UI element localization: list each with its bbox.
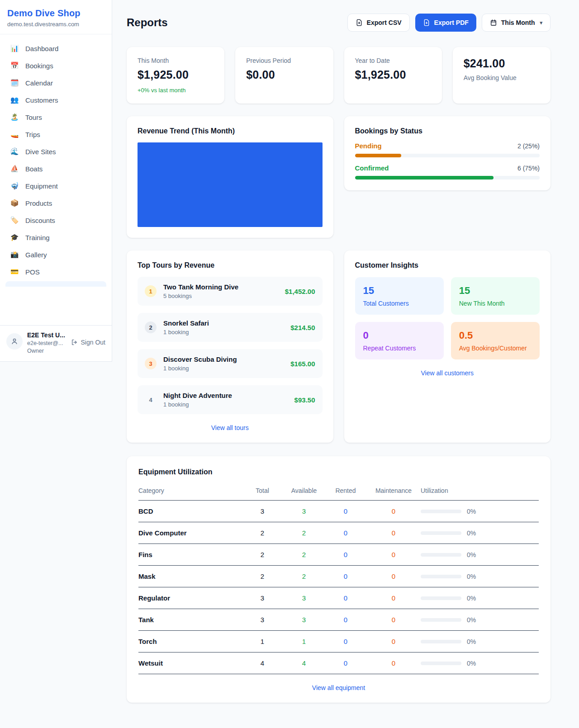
sidebar-item-label: Dive Sites (25, 148, 56, 156)
tour-revenue: $1,452.00 (285, 288, 315, 295)
utilization-track (421, 618, 461, 622)
sidebar-item-label: Boats (25, 165, 43, 173)
cell-maintenance: 0 (366, 587, 421, 609)
top-tours-title: Top Tours by Revenue (138, 261, 323, 269)
column-header-total: Total (242, 483, 283, 501)
sidebar-item-customers[interactable]: 👥Customers (5, 91, 107, 109)
sidebar-item-calendar[interactable]: 🗓️Calendar (5, 74, 107, 91)
insight-new-this-month: 15 New This Month (451, 277, 540, 315)
sidebar-item-trips[interactable]: 🚤Trips (5, 126, 107, 143)
cell-rented: 0 (325, 609, 366, 631)
sidebar-item-bookings[interactable]: 📅Bookings (5, 57, 107, 74)
utilization-pct: 0% (467, 595, 476, 602)
cell-total: 1 (242, 631, 283, 652)
utilization-pct: 0% (467, 508, 476, 515)
stat-value: $1,925.00 (355, 68, 431, 81)
cell-total: 2 (242, 566, 283, 587)
progress-track (355, 176, 540, 180)
stat-card-previous-period: Previous Period $0.00 (235, 47, 333, 104)
sidebar-item-label: Equipment (25, 182, 58, 190)
cell-category: Wetsuit (138, 652, 242, 674)
cell-available: 2 (283, 566, 325, 587)
graduation-cap-icon: 🎓 (10, 233, 19, 241)
top-tours-card: Top Tours by Revenue 1 Two Tank Morning … (127, 251, 333, 443)
sidebar-item-boats[interactable]: ⛵Boats (5, 160, 107, 177)
utilization-track (421, 662, 461, 665)
export-csv-button[interactable]: Export CSV (347, 14, 410, 32)
insight-total-customers: 15 Total Customers (355, 277, 444, 315)
cell-category: Dive Computer (138, 522, 242, 544)
tour-bookings: 5 bookings (163, 293, 238, 299)
period-dropdown[interactable]: This Month ▾ (482, 14, 551, 32)
utilization-pct: 0% (467, 616, 476, 624)
rank-badge: 3 (145, 358, 157, 369)
insight-label: New This Month (459, 300, 532, 307)
cell-available: 2 (283, 522, 325, 544)
sidebar-item-equipment[interactable]: 🤿Equipment (5, 177, 107, 194)
equipment-utilization-title: Equipment Utilization (138, 468, 539, 476)
list-item-tour: 4 Night Dive Adventure 1 booking $93.50 (138, 385, 323, 414)
cell-total: 2 (242, 522, 283, 544)
cell-available: 3 (283, 609, 325, 631)
avatar (6, 333, 23, 350)
column-header-available: Available (283, 483, 325, 501)
tour-name: Two Tank Morning Dive (163, 283, 238, 291)
cell-rented: 0 (325, 522, 366, 544)
view-all-tours-link[interactable]: View all tours (211, 424, 249, 431)
cell-available: 1 (283, 631, 325, 652)
stat-card-avg-booking-value: $241.00 Avg Booking Value (453, 47, 551, 104)
sidebar-item-pos[interactable]: 💳POS (5, 263, 107, 280)
sidebar: Demo Dive Shop demo.test.divestreams.com… (0, 0, 112, 362)
sidebar-item-tours[interactable]: 🏝️Tours (5, 109, 107, 126)
utilization-pct: 0% (467, 638, 476, 645)
utilization-track (421, 640, 461, 643)
calendar-icon: 🗓️ (10, 79, 19, 87)
tour-revenue: $214.50 (290, 324, 315, 331)
stat-delta: +0% vs last month (138, 87, 214, 94)
sidebar-item-label: Products (25, 199, 52, 207)
list-item-tour: 1 Two Tank Morning Dive 5 bookings $1,45… (138, 277, 323, 306)
stat-label: Avg Booking Value (464, 74, 540, 81)
customer-insights-card: Customer Insights 15 Total Customers 15 … (344, 251, 551, 443)
bookings-calendar-icon: 📅 (10, 61, 19, 70)
list-item-tour: 3 Discover Scuba Diving 1 booking $165.0… (138, 349, 323, 378)
view-all-equipment-link[interactable]: View all equipment (312, 684, 365, 691)
utilization-track (421, 596, 461, 600)
export-pdf-label: Export PDF (434, 19, 469, 26)
stat-value: $241.00 (464, 57, 540, 70)
document-download-icon (423, 19, 430, 26)
cell-utilization: 0% (421, 566, 539, 587)
insight-value: 15 (459, 285, 532, 297)
sign-out-label: Sign Out (81, 339, 105, 346)
page-title: Reports (127, 16, 168, 29)
tag-icon: 🏷️ (10, 216, 19, 224)
revenue-trend-card: Revenue Trend (This Month) (127, 116, 333, 238)
sidebar-item-label: Bookings (25, 62, 53, 70)
cell-available: 4 (283, 652, 325, 674)
user-role: Owner (27, 348, 65, 354)
sidebar-item-gallery[interactable]: 📸Gallery (5, 246, 107, 263)
view-all-customers-link[interactable]: View all customers (421, 369, 474, 377)
sidebar-item-reports-partial[interactable] (5, 281, 106, 287)
cell-maintenance: 0 (366, 609, 421, 631)
list-item-tour: 2 Snorkel Safari 1 booking $214.50 (138, 313, 323, 342)
tour-bookings: 1 booking (163, 365, 237, 372)
sidebar-item-dashboard[interactable]: 📊Dashboard (5, 40, 107, 57)
sign-out-button[interactable]: Sign Out (71, 339, 105, 346)
cell-available: 2 (283, 544, 325, 566)
table-row: Dive Computer 2 2 0 0 0% (138, 522, 539, 544)
stat-value: $0.00 (246, 68, 322, 81)
sidebar-item-discounts[interactable]: 🏷️Discounts (5, 212, 107, 229)
export-pdf-button[interactable]: Export PDF (415, 14, 476, 32)
sidebar-item-products[interactable]: 📦Products (5, 194, 107, 212)
cell-total: 3 (242, 587, 283, 609)
equipment-utilization-card: Equipment Utilization Category Total Ava… (127, 456, 551, 703)
main-content: Reports Export CSV Export PDF This Month… (112, 0, 579, 723)
sidebar-item-dive-sites[interactable]: 🌊Dive Sites (5, 143, 107, 160)
sailboat-icon: ⛵ (10, 165, 19, 173)
sidebar-item-training[interactable]: 🎓Training (5, 229, 107, 246)
column-header-maintenance: Maintenance (366, 483, 421, 501)
table-header-row: Category Total Available Rented Maintena… (138, 483, 539, 501)
cell-utilization: 0% (421, 544, 539, 566)
cell-utilization: 0% (421, 631, 539, 652)
